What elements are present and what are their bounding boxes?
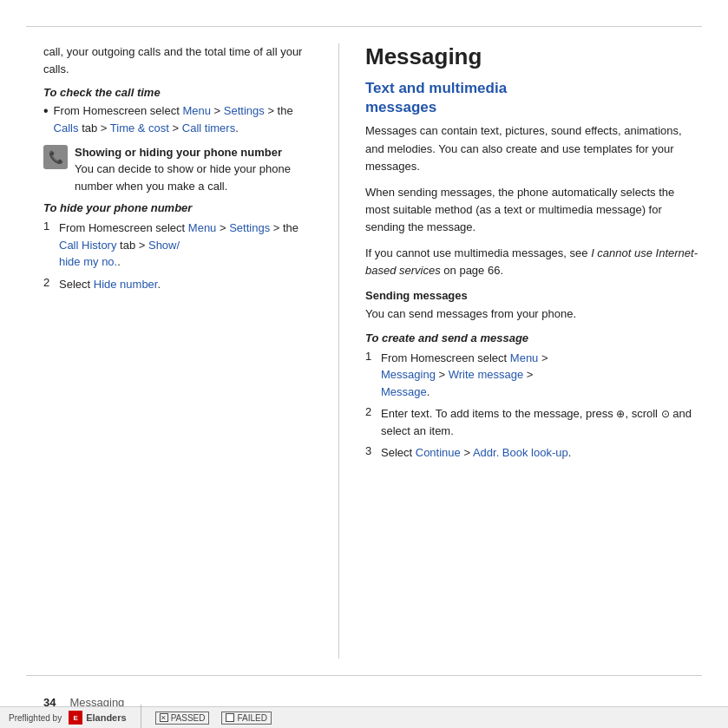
send-num-3: 3 xyxy=(365,444,376,457)
link-calls[interactable]: Calls xyxy=(54,121,79,134)
icon-section-body: You can decide to show or hide your phon… xyxy=(75,161,312,194)
failed-label: FAILED xyxy=(237,713,266,723)
link-hide-number[interactable]: Hide number xyxy=(94,278,158,291)
send-step3-text: Select Continue > Addr. Book look-up. xyxy=(381,444,571,462)
content-area: call, your outgoing calls and the total … xyxy=(43,43,702,659)
passed-label: PASSED xyxy=(171,713,206,723)
main-title: Messaging xyxy=(365,43,702,70)
send-step-3: 3 Select Continue > Addr. Book look-up. xyxy=(365,444,702,462)
bullet-item-call-time: • From Homescreen select Menu > Settings… xyxy=(43,102,312,136)
body2: When sending messages, the phone automat… xyxy=(365,184,702,236)
hide-phone-heading: To hide your phone number xyxy=(43,201,312,214)
left-column: call, your outgoing calls and the total … xyxy=(43,43,312,659)
link-addr-book-lookup[interactable]: Addr. Book look-up xyxy=(473,446,568,459)
subtitle-text-and-multimedia: Text and multimediamessages xyxy=(365,79,702,117)
passed-box: ✕ PASSED xyxy=(155,712,210,725)
body1: Messages can contain text, pictures, sou… xyxy=(365,122,702,174)
num-2: 2 xyxy=(43,276,54,289)
intro-text: call, your outgoing calls and the total … xyxy=(43,43,312,77)
link-menu-right[interactable]: Menu xyxy=(510,351,539,364)
elanders-brand: Elanders xyxy=(86,712,126,723)
link-write-message[interactable]: Write message xyxy=(449,368,523,381)
link-time-cost[interactable]: Time & cost xyxy=(110,121,169,134)
elanders-icon: E xyxy=(69,711,82,725)
page-container: call, your outgoing calls and the total … xyxy=(0,0,728,728)
top-border-line xyxy=(26,26,702,27)
send-step-2: 2 Enter text. To add items to the messag… xyxy=(365,405,702,439)
icon-text-block: Showing or hiding your phone number You … xyxy=(75,145,312,194)
link-message[interactable]: Message xyxy=(381,385,427,398)
link-menu-2[interactable]: Menu xyxy=(188,221,217,234)
column-divider xyxy=(338,43,339,659)
phone-icon: 📞 xyxy=(49,150,63,164)
bullet-dot: • xyxy=(43,102,49,121)
numbered-list-hide: 1 From Homescreen select Menu > Settings… xyxy=(43,220,312,292)
separator-v xyxy=(141,705,141,728)
link-call-timers[interactable]: Call timers xyxy=(182,121,235,134)
right-column: Messaging Text and multimediamessages Me… xyxy=(365,43,702,659)
numbered-item-2: 2 Select Hide number. xyxy=(43,276,312,293)
send-num-2: 2 xyxy=(365,405,376,418)
step1-text-hide: From Homescreen select Menu > Settings >… xyxy=(59,220,312,271)
icon-add: ⊕ xyxy=(616,408,625,420)
link-call-history[interactable]: Call History xyxy=(59,239,116,252)
bullet-text-call-time: From Homescreen select Menu > Settings >… xyxy=(54,102,312,136)
failed-checkbox xyxy=(226,713,234,722)
phone-icon-box: 📞 xyxy=(43,145,68,169)
send-num-1: 1 xyxy=(365,350,376,363)
send-step2-text: Enter text. To add items to the message,… xyxy=(381,405,702,439)
link-messaging[interactable]: Messaging xyxy=(381,368,436,381)
sending-messages-title: Sending messages xyxy=(365,289,702,302)
icon-section-phone: 📞 Showing or hiding your phone number Yo… xyxy=(43,145,312,194)
bottom-border-line xyxy=(26,675,702,676)
preflight-label: Preflighted by xyxy=(9,713,62,723)
numbered-item-1: 1 From Homescreen select Menu > Settings… xyxy=(43,220,312,271)
sending-body: You can send messages from your phone. xyxy=(365,305,702,323)
failed-box: FAILED xyxy=(221,712,271,725)
check-call-time-heading: To check the call time xyxy=(43,86,312,99)
create-msg-heading: To create and send a message xyxy=(365,331,702,344)
link-continue[interactable]: Continue xyxy=(416,446,461,459)
passed-checkbox: ✕ xyxy=(160,713,168,722)
send-step-1: 1 From Homescreen select Menu > Messagin… xyxy=(365,350,702,401)
link-settings-2[interactable]: Settings xyxy=(229,221,270,234)
icon-scroll: ⊙ xyxy=(661,408,670,420)
num-1: 1 xyxy=(43,220,54,233)
body3: If you cannot use multimedia messages, s… xyxy=(365,245,702,279)
send-step1-text: From Homescreen select Menu > Messaging … xyxy=(381,350,548,401)
link-settings-1[interactable]: Settings xyxy=(224,104,265,117)
step2-text-hide: Select Hide number. xyxy=(59,276,161,293)
link-menu-1[interactable]: Menu xyxy=(182,104,211,117)
preflight-logo: E Elanders xyxy=(69,711,126,725)
icon-section-title: Showing or hiding your phone number xyxy=(75,145,312,161)
body3-italic: I cannot use Internet-based services xyxy=(365,246,698,277)
preflight-bar: Preflighted by E Elanders ✕ PASSED FAILE… xyxy=(0,706,728,728)
numbered-list-send: 1 From Homescreen select Menu > Messagin… xyxy=(365,350,702,462)
